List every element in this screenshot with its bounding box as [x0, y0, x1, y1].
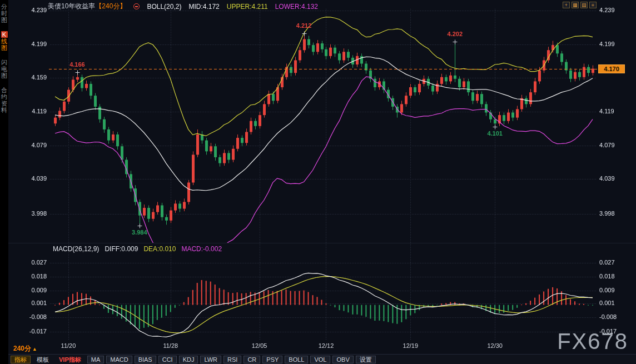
toolbar-button-indicators[interactable]: 指标: [11, 356, 31, 363]
caret-up-icon: ▲: [32, 346, 37, 352]
tab-char: K: [1, 31, 8, 38]
price-axis-label-left: 4.159: [14, 74, 47, 81]
trading-app: 分时图K线图闪电图合约资料 美债10年收益率【240分】 BOLL(20,2) …: [0, 0, 636, 364]
toolbar-button-lwr[interactable]: LWR: [200, 356, 221, 363]
tab-char: 合: [1, 87, 7, 93]
x-axis-label: 11/28: [155, 342, 186, 349]
price-axis-label-left: 4.119: [14, 108, 47, 114]
macd-axis-label-left: -0.017: [14, 328, 47, 335]
boll-lower-value: LOWER:4.132: [275, 3, 318, 11]
tab-char: 图: [1, 17, 7, 23]
alert-dot-icon[interactable]: [133, 3, 140, 9]
price-annotation: 4.212: [296, 22, 312, 29]
toolbar-button-cci[interactable]: CCI: [158, 356, 177, 363]
zoom-in-icon[interactable]: +: [563, 2, 570, 8]
price-annotation: 4.202: [447, 31, 463, 37]
sidebar: 分时图K线图闪电图合约资料: [0, 0, 8, 364]
price-axis-label-left: 4.199: [14, 41, 47, 47]
toolbar-button-kdj[interactable]: KDJ: [179, 356, 198, 363]
price-axis-label-left: 4.239: [14, 7, 47, 13]
symbol-title: 美债10年收益率【240分】: [48, 2, 126, 11]
x-axis-label: 12/12: [310, 342, 341, 349]
price-axis-label-right: 4.119: [599, 108, 632, 114]
tab-char: 约: [1, 93, 7, 100]
x-axis-label: 12/05: [244, 342, 275, 349]
watermark: FX678: [557, 329, 628, 354]
list-icon[interactable]: ≡: [589, 2, 597, 8]
x-axis-label: 11/20: [53, 342, 84, 349]
chart-canvas[interactable]: [0, 0, 636, 354]
price-axis-label-right: 4.199: [599, 41, 632, 47]
toolbar-button-templates[interactable]: 模板: [33, 356, 53, 363]
period-label: 240分: [13, 345, 31, 352]
macd-axis-label-right: 0.009: [599, 287, 632, 293]
price-annotation: 4.101: [487, 130, 503, 137]
boll-label: BOLL(20,2): [147, 3, 181, 11]
macd-axis-label-right: 0.018: [599, 273, 632, 280]
tab-char: 闪: [1, 59, 7, 66]
toolbar-button-macd[interactable]: MACD: [106, 356, 132, 363]
macd-diff-value: DIFF:0.009: [105, 245, 138, 253]
price-axis-label-right: 3.998: [599, 210, 632, 217]
macd-axis-label-left: -0.008: [14, 313, 47, 320]
symbol-name: 美债10年收益率: [48, 2, 95, 10]
split-pane-icon[interactable]: ▤: [580, 2, 588, 8]
macd-axis-label-left: 0.027: [14, 259, 47, 266]
macd-dea-value: DEA:0.010: [143, 245, 176, 253]
toolbar-button-rsi[interactable]: RSI: [223, 356, 241, 363]
tab-char: 图: [1, 44, 7, 51]
tab-char: 料: [1, 107, 7, 113]
x-axis-label: 12/30: [479, 342, 510, 349]
tab-char: 线: [1, 38, 7, 44]
price-axis-label-left: 4.039: [14, 175, 47, 182]
toolbar-button-vip-indicators[interactable]: VIP指标: [55, 356, 85, 363]
x-axis-label: 12/19: [395, 342, 426, 349]
price-axis-label-right: 4.079: [599, 142, 632, 148]
macd-axis-label-left: 0.018: [14, 273, 47, 280]
period-bracket: 【240分】: [95, 2, 126, 10]
tab-char: 分: [1, 3, 7, 10]
boll-mid-value: MID:4.172: [188, 3, 219, 11]
macd-hist-value: MACD:-0.002: [181, 245, 222, 253]
macd-axis-label-right: -0.008: [599, 313, 632, 320]
toolbar-button-bias[interactable]: BIAS: [135, 356, 156, 363]
price-annotation: 3.984: [132, 229, 147, 236]
tab-char: 电: [1, 66, 7, 72]
toolbar-button-vol[interactable]: VOL: [310, 356, 330, 363]
tab-time-chart[interactable]: 分时图: [1, 3, 7, 23]
toolbar-button-boll[interactable]: BOLL: [285, 356, 308, 363]
price-axis-label-left: 3.998: [14, 210, 47, 217]
price-axis-label-right: 4.239: [599, 7, 632, 13]
macd-params-label: MACD(26,12,9): [53, 245, 99, 253]
toolbar-button-psy[interactable]: PSY: [262, 356, 282, 363]
macd-axis-label-left: 0.009: [14, 287, 47, 293]
tab-kline-chart[interactable]: K线图: [1, 31, 8, 51]
macd-axis-label-right: 0.027: [599, 259, 632, 266]
tab-char: 图: [1, 72, 7, 79]
toolbar-button-settings[interactable]: 设置: [356, 356, 376, 363]
tab-char: 资: [1, 100, 7, 107]
candle-style-icon[interactable]: ▦: [572, 2, 579, 8]
price-axis-label-right: 4.039: [599, 175, 632, 182]
chart-toolbar-icons: +▦▤≡: [563, 2, 597, 8]
price-axis-label-left: 4.079: [14, 142, 47, 148]
period-selector[interactable]: 240分▲: [13, 344, 37, 353]
price-annotation: 4.166: [69, 61, 85, 68]
chart-header: 美债10年收益率【240分】 BOLL(20,2) MID:4.172 UPPE…: [48, 2, 318, 11]
boll-upper-value: UPPER:4.211: [227, 3, 268, 11]
toolbar-button-cr[interactable]: CR: [244, 356, 260, 363]
tab-flash-chart[interactable]: 闪电图: [1, 59, 7, 79]
macd-axis-label-left: 0.001: [14, 300, 47, 306]
macd-header: MACD(26,12,9) DIFF:0.009 DEA:0.010 MACD:…: [53, 245, 222, 253]
current-price-tag: 4.170: [598, 64, 625, 73]
toolbar-button-obv[interactable]: OBV: [332, 356, 353, 363]
toolbar-button-ma[interactable]: MA: [87, 356, 105, 363]
bottom-toolbar: 指标模板VIP指标MAMACDBIASCCIKDJLWRRSICRPSYBOLL…: [8, 354, 636, 364]
macd-axis-label-right: 0.001: [599, 300, 632, 306]
tab-contract-info[interactable]: 合约资料: [1, 87, 7, 113]
tab-char: 时: [1, 10, 7, 17]
